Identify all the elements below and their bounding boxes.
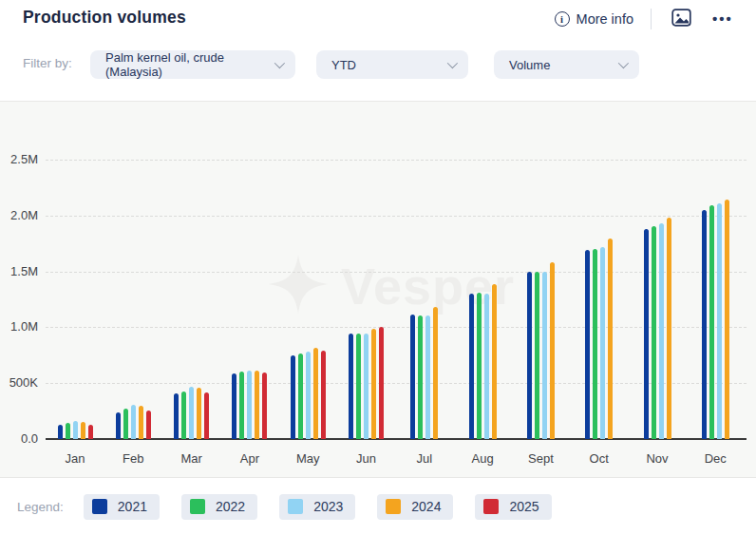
bar-2023-Jan[interactable] <box>73 421 78 439</box>
header-actions: i More info ••• <box>555 6 735 32</box>
legend-item-2021[interactable]: 2021 <box>84 494 160 520</box>
bar-2023-Oct[interactable] <box>600 247 605 439</box>
filter-bar: Filter by: Palm kernel oil, crude (Malay… <box>0 46 756 86</box>
bar-2023-Jul[interactable] <box>425 315 430 439</box>
ellipsis-icon: ••• <box>712 14 733 24</box>
bar-2022-Jan[interactable] <box>66 423 70 439</box>
sparkle-logo-icon <box>269 252 328 320</box>
bar-2025-Apr[interactable] <box>262 373 267 439</box>
bar-2023-Sept[interactable] <box>542 272 547 439</box>
legend-swatch <box>190 499 205 514</box>
bar-2022-Aug[interactable] <box>477 293 482 439</box>
bar-2025-Jun[interactable] <box>379 327 384 439</box>
bar-2024-Jun[interactable] <box>371 329 376 439</box>
bar-chart: Vesper 0.0500K1.0M1.5M2.0M2.5MJanFebMarA… <box>0 101 756 478</box>
bar-2022-May[interactable] <box>298 353 303 439</box>
bar-2022-Oct[interactable] <box>593 249 597 439</box>
legend-label: Legend: <box>17 500 64 514</box>
bar-2024-Jan[interactable] <box>81 422 85 439</box>
bar-2023-Jun[interactable] <box>364 334 369 439</box>
bar-2024-Mar[interactable] <box>197 388 201 439</box>
bar-2022-Feb[interactable] <box>123 409 128 439</box>
bar-2024-Apr[interactable] <box>255 371 259 439</box>
bar-2022-Dec[interactable] <box>709 205 714 439</box>
metric-dropdown-value: Volume <box>509 58 550 72</box>
gridline <box>46 383 747 384</box>
header-divider <box>651 9 652 29</box>
bar-2022-Sept[interactable] <box>535 272 539 439</box>
x-tick-label: Jan <box>47 451 104 466</box>
y-tick-label: 0.0 <box>0 431 38 447</box>
bar-2023-Mar[interactable] <box>189 387 194 439</box>
legend-year-label: 2025 <box>509 499 539 514</box>
bar-2021-May[interactable] <box>291 355 295 439</box>
bar-2024-Aug[interactable] <box>492 284 497 439</box>
export-image-button[interactable] <box>669 7 693 31</box>
bar-2022-Jun[interactable] <box>356 334 361 439</box>
bar-2023-Feb[interactable] <box>131 405 136 439</box>
x-tick-label: Oct <box>571 451 628 466</box>
bar-2025-Feb[interactable] <box>146 411 151 439</box>
x-tick-label: Jun <box>338 451 395 466</box>
x-tick-label: Dec <box>687 451 744 466</box>
legend-item-2022[interactable]: 2022 <box>181 494 257 520</box>
bar-2024-May[interactable] <box>313 348 318 439</box>
bar-2021-Mar[interactable] <box>174 393 179 439</box>
legend-item-2023[interactable]: 2023 <box>279 494 355 520</box>
bar-2021-Feb[interactable] <box>116 412 121 439</box>
bar-2021-Dec[interactable] <box>702 210 707 439</box>
more-info-label: More info <box>576 11 633 27</box>
bar-2022-Jul[interactable] <box>418 315 423 439</box>
info-icon: i <box>555 11 570 27</box>
bar-2021-Jan[interactable] <box>58 425 63 439</box>
watermark-text: Vesper <box>341 257 515 315</box>
bar-2024-Feb[interactable] <box>139 406 143 439</box>
bar-2023-Dec[interactable] <box>717 203 722 439</box>
bar-2024-Sept[interactable] <box>550 262 555 439</box>
bar-2025-Mar[interactable] <box>204 392 209 439</box>
product-dropdown[interactable]: Palm kernel oil, crude (Malaysia) <box>90 50 295 79</box>
bar-2021-Jun[interactable] <box>349 334 353 439</box>
bar-2022-Apr[interactable] <box>239 372 244 439</box>
filter-by-label: Filter by: <box>23 56 72 70</box>
page-title: Production volumes <box>23 8 186 28</box>
image-icon <box>671 9 691 30</box>
chevron-down-icon <box>618 58 629 68</box>
chevron-down-icon <box>274 58 285 68</box>
overflow-menu-button[interactable]: ••• <box>710 7 735 31</box>
bar-2021-Oct[interactable] <box>585 250 590 439</box>
bar-2021-Aug[interactable] <box>469 294 474 439</box>
more-info-button[interactable]: i More info <box>555 11 633 27</box>
bar-2024-Dec[interactable] <box>725 200 729 439</box>
bar-2022-Mar[interactable] <box>181 392 186 439</box>
legend-swatch <box>288 499 303 514</box>
bar-2023-Nov[interactable] <box>659 223 664 439</box>
bar-2021-Jul[interactable] <box>410 315 415 439</box>
bar-2021-Apr[interactable] <box>232 373 236 439</box>
period-dropdown[interactable]: YTD <box>316 50 468 79</box>
bar-2025-Jan[interactable] <box>88 425 93 439</box>
y-tick-label: 1.0M <box>0 319 38 334</box>
bar-2023-Aug[interactable] <box>484 294 489 439</box>
bar-2024-Nov[interactable] <box>667 218 671 439</box>
y-tick-label: 2.0M <box>0 208 38 223</box>
x-tick-label: Nov <box>629 451 686 466</box>
bar-2022-Nov[interactable] <box>652 226 656 439</box>
bar-2024-Oct[interactable] <box>608 239 613 439</box>
bar-2023-May[interactable] <box>306 352 311 439</box>
legend-items: 20212022202320242025 <box>84 494 552 520</box>
legend-item-2025[interactable]: 2025 <box>475 494 551 520</box>
x-tick-label: Mar <box>163 451 220 466</box>
bar-2021-Sept[interactable] <box>527 272 532 439</box>
bar-2021-Nov[interactable] <box>644 229 649 439</box>
y-tick-label: 500K <box>0 375 38 391</box>
bar-2024-Jul[interactable] <box>433 307 438 439</box>
x-tick-label: May <box>279 451 336 466</box>
bar-2025-May[interactable] <box>321 351 326 439</box>
legend-year-label: 2023 <box>313 499 343 514</box>
legend-swatch <box>483 499 499 514</box>
metric-dropdown[interactable]: Volume <box>494 50 639 79</box>
legend-item-2024[interactable]: 2024 <box>377 494 453 520</box>
gridline <box>46 327 747 328</box>
bar-2023-Apr[interactable] <box>247 371 252 439</box>
